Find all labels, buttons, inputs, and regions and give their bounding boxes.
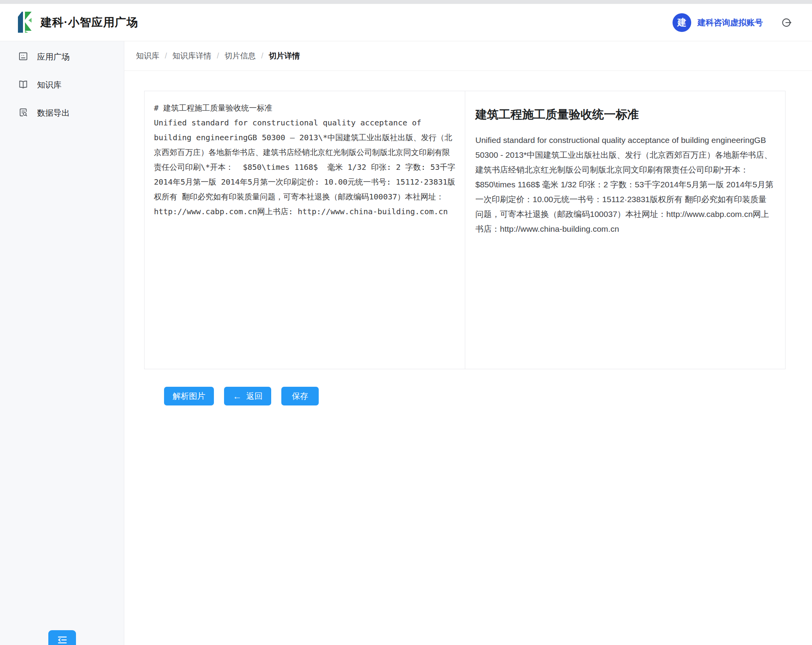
menu-fold-icon bbox=[56, 634, 68, 645]
app-header: 建科·小智应用广场 建 建科咨询虚拟账号 bbox=[0, 4, 812, 41]
preview-title: 建筑工程施工质量验收统一标准 bbox=[475, 107, 774, 123]
sidebar: 应用广场 知识库 数据导出 bbox=[0, 41, 124, 645]
logout-icon[interactable] bbox=[781, 17, 792, 28]
sidebar-item-knowledge-base[interactable]: 知识库 bbox=[0, 71, 124, 99]
breadcrumb-separator: / bbox=[165, 51, 167, 60]
app-logo-icon bbox=[16, 11, 34, 35]
sidebar-item-data-export[interactable]: 数据导出 bbox=[0, 99, 124, 127]
collapse-menu-button[interactable] bbox=[48, 630, 76, 645]
knowledge-base-icon bbox=[18, 79, 28, 91]
sidebar-item-label: 数据导出 bbox=[37, 108, 70, 118]
slice-detail-content: # 建筑工程施工质量验收统一标准 Unified standard for co… bbox=[124, 71, 812, 405]
avatar[interactable]: 建 bbox=[673, 13, 691, 32]
back-arrow-icon: ← bbox=[233, 392, 242, 401]
action-bar: 解析图片 ← 返回 保存 bbox=[164, 387, 812, 405]
account-name[interactable]: 建科咨询虚拟账号 bbox=[697, 17, 763, 28]
app-title: 建科·小智应用广场 bbox=[41, 15, 138, 30]
slice-source-editor[interactable]: # 建筑工程施工质量验收统一标准 Unified standard for co… bbox=[145, 91, 465, 369]
back-button[interactable]: ← 返回 bbox=[224, 387, 271, 405]
slice-preview-pane: 建筑工程施工质量验收统一标准 Unified standard for cons… bbox=[465, 91, 785, 369]
parse-image-button[interactable]: 解析图片 bbox=[164, 387, 214, 405]
breadcrumb-item-slice-detail: 切片详情 bbox=[269, 51, 300, 61]
body-layout: 应用广场 知识库 数据导出 bbox=[0, 41, 812, 645]
save-button-label: 保存 bbox=[292, 391, 308, 402]
back-button-label: 返回 bbox=[246, 391, 263, 402]
breadcrumb-separator: / bbox=[217, 51, 219, 60]
sidebar-item-app-plaza[interactable]: 应用广场 bbox=[0, 43, 124, 71]
breadcrumb-separator: / bbox=[261, 51, 263, 60]
apps-icon bbox=[18, 51, 28, 63]
breadcrumb: 知识库 / 知识库详情 / 切片信息 / 切片详情 bbox=[124, 41, 812, 71]
preview-body: Unified standard for constructional qual… bbox=[475, 133, 774, 236]
sidebar-item-label: 知识库 bbox=[37, 79, 62, 90]
slice-panels: # 建筑工程施工质量验收统一标准 Unified standard for co… bbox=[144, 91, 786, 369]
breadcrumb-item-slice-info[interactable]: 切片信息 bbox=[224, 51, 256, 61]
data-export-icon bbox=[18, 107, 28, 119]
main-area: 知识库 / 知识库详情 / 切片信息 / 切片详情 # 建筑工程施工质量验收统一… bbox=[124, 41, 812, 645]
breadcrumb-item-kb-detail[interactable]: 知识库详情 bbox=[173, 51, 212, 61]
brand: 建科·小智应用广场 bbox=[16, 11, 138, 35]
parse-image-button-label: 解析图片 bbox=[173, 391, 205, 402]
window-top-strip bbox=[0, 0, 812, 4]
save-button[interactable]: 保存 bbox=[281, 387, 319, 405]
breadcrumb-item-knowledge-base[interactable]: 知识库 bbox=[136, 51, 159, 61]
header-account-area: 建 建科咨询虚拟账号 bbox=[673, 13, 792, 32]
sidebar-item-label: 应用广场 bbox=[37, 51, 70, 62]
